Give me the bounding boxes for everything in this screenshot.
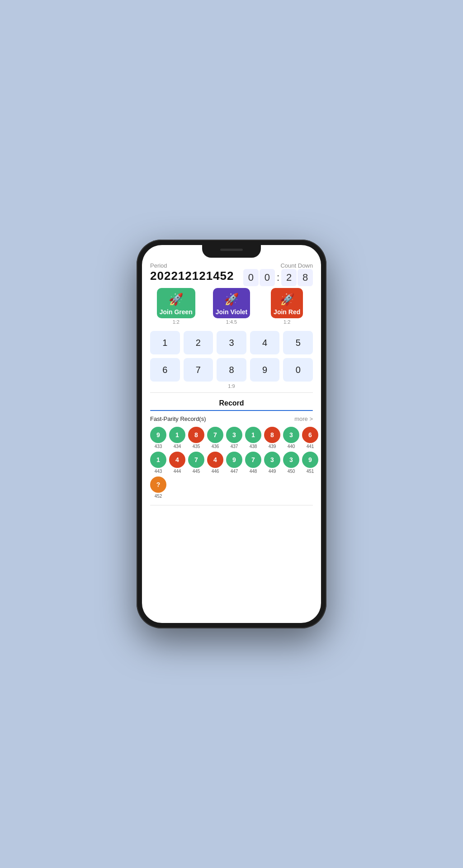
record-circle-444: 4 <box>169 452 185 468</box>
phone-screen: Period 202212121452 Count Down 0 0 : 2 8 <box>142 245 321 623</box>
more-link[interactable]: more > <box>294 415 313 422</box>
record-num-443: 443 <box>155 469 162 474</box>
record-num-448: 448 <box>250 469 257 474</box>
join-buttons-row: 🚀 Join Green 1:2 🚀 Join Violet 1:4.5 🚀 <box>150 288 313 325</box>
record-circle-443: 1 <box>150 452 166 468</box>
notch <box>202 245 261 258</box>
rocket-icon-green: 🚀 <box>169 292 183 307</box>
join-green-button[interactable]: 🚀 Join Green <box>157 288 195 318</box>
rocket-icon-red: 🚀 <box>280 292 294 307</box>
record-num-452: 452 <box>155 494 162 499</box>
record-num-450: 450 <box>288 469 295 474</box>
record-circle-448: 7 <box>245 452 261 468</box>
record-circle-437: 3 <box>226 427 242 443</box>
bottom-space <box>150 507 313 525</box>
record-item: 3 449 <box>264 452 280 474</box>
record-num-445: 445 <box>193 469 200 474</box>
join-red-label: Join Red <box>274 308 300 316</box>
countdown-d4: 8 <box>298 269 313 286</box>
num-btn-8[interactable]: 8 <box>217 358 246 382</box>
record-item: 7 445 <box>188 452 204 474</box>
divider-top <box>150 392 313 393</box>
period-value: 202212121452 <box>150 269 234 283</box>
record-num-444: 444 <box>174 469 181 474</box>
record-num-439: 439 <box>269 444 276 449</box>
rocket-icon-violet: 🚀 <box>224 292 239 307</box>
record-circle-436: 7 <box>207 427 223 443</box>
record-row-2: 1 443 4 444 7 445 4 446 <box>150 452 313 474</box>
record-num-440: 440 <box>288 444 295 449</box>
join-red-ratio: 1:2 <box>283 319 290 325</box>
join-red-button[interactable]: 🚀 Join Red <box>271 288 303 318</box>
num-btn-9[interactable]: 9 <box>250 358 280 382</box>
record-circle-449: 3 <box>264 452 280 468</box>
countdown-colon: : <box>276 272 280 283</box>
record-row-1: 9 433 1 434 8 435 7 436 <box>150 427 313 449</box>
record-num-435: 435 <box>193 444 200 449</box>
record-circle-445: 7 <box>188 452 204 468</box>
countdown-section: Count Down 0 0 : 2 8 <box>243 262 313 286</box>
join-violet-button[interactable]: 🚀 Join Violet <box>213 288 250 318</box>
record-item: 8 435 <box>188 427 204 449</box>
num-btn-5[interactable]: 5 <box>283 331 313 354</box>
record-num-441: 441 <box>307 444 314 449</box>
record-circle-441: 6 <box>302 427 318 443</box>
num-btn-3[interactable]: 3 <box>217 331 246 354</box>
record-item: 7 436 <box>207 427 223 449</box>
record-item: 7 448 <box>245 452 261 474</box>
num-btn-4[interactable]: 4 <box>250 331 280 354</box>
record-circle-452: ? <box>150 476 166 493</box>
record-num-434: 434 <box>174 444 181 449</box>
num-btn-6[interactable]: 6 <box>150 358 180 382</box>
num-btn-7[interactable]: 7 <box>184 358 213 382</box>
record-item: ? 452 <box>150 476 166 499</box>
join-violet-label: Join Violet <box>216 308 248 316</box>
record-num-433: 433 <box>155 444 162 449</box>
fast-parity-header: Fast-Parity Record(s) more > <box>150 415 313 422</box>
countdown-d3: 2 <box>281 269 297 286</box>
record-rows: 9 433 1 434 8 435 7 436 <box>150 427 313 499</box>
record-num-436: 436 <box>212 444 219 449</box>
record-item: 4 444 <box>169 452 185 474</box>
record-circle-434: 1 <box>169 427 185 443</box>
countdown-display: 0 0 : 2 8 <box>243 269 313 286</box>
num-btn-1[interactable]: 1 <box>150 331 180 354</box>
grid-ratio: 1:9 <box>150 383 313 389</box>
record-num-447: 447 <box>231 469 238 474</box>
period-label: Period <box>150 262 234 269</box>
record-underline <box>150 410 313 411</box>
record-item: 9 433 <box>150 427 166 449</box>
record-num-446: 446 <box>212 469 219 474</box>
record-item: 9 447 <box>226 452 242 474</box>
num-btn-0[interactable]: 0 <box>283 358 313 382</box>
header-row: Period 202212121452 Count Down 0 0 : 2 8 <box>150 262 313 286</box>
fast-parity-label: Fast-Parity Record(s) <box>150 415 206 422</box>
countdown-d2: 0 <box>260 269 275 286</box>
number-grid: 1 2 3 4 5 6 7 8 9 0 <box>150 331 313 382</box>
join-green-ratio: 1:2 <box>173 319 180 325</box>
countdown-d1: 0 <box>243 269 259 286</box>
record-item: 9 451 <box>302 452 318 474</box>
record-item: 3 440 <box>283 427 299 449</box>
join-green-label: Join Green <box>160 308 193 316</box>
record-item: 4 446 <box>207 452 223 474</box>
record-circle-450: 3 <box>283 452 299 468</box>
speaker <box>220 249 243 251</box>
record-circle-447: 9 <box>226 452 242 468</box>
record-item: 3 450 <box>283 452 299 474</box>
join-green-wrapper: 🚀 Join Green 1:2 <box>150 288 202 325</box>
num-btn-2[interactable]: 2 <box>184 331 213 354</box>
record-num-437: 437 <box>231 444 238 449</box>
record-num-451a: 451 <box>307 469 314 474</box>
record-item: 8 439 <box>264 427 280 449</box>
record-circle-446: 4 <box>207 452 223 468</box>
record-circle-439: 8 <box>264 427 280 443</box>
divider-bottom <box>150 505 313 505</box>
record-circle-438: 1 <box>245 427 261 443</box>
record-circle-433: 9 <box>150 427 166 443</box>
record-circle-435: 8 <box>188 427 204 443</box>
record-item: 1 434 <box>169 427 185 449</box>
join-violet-wrapper: 🚀 Join Violet 1:4.5 <box>206 288 258 325</box>
record-circle-440: 3 <box>283 427 299 443</box>
record-circle-451a: 9 <box>302 452 318 468</box>
